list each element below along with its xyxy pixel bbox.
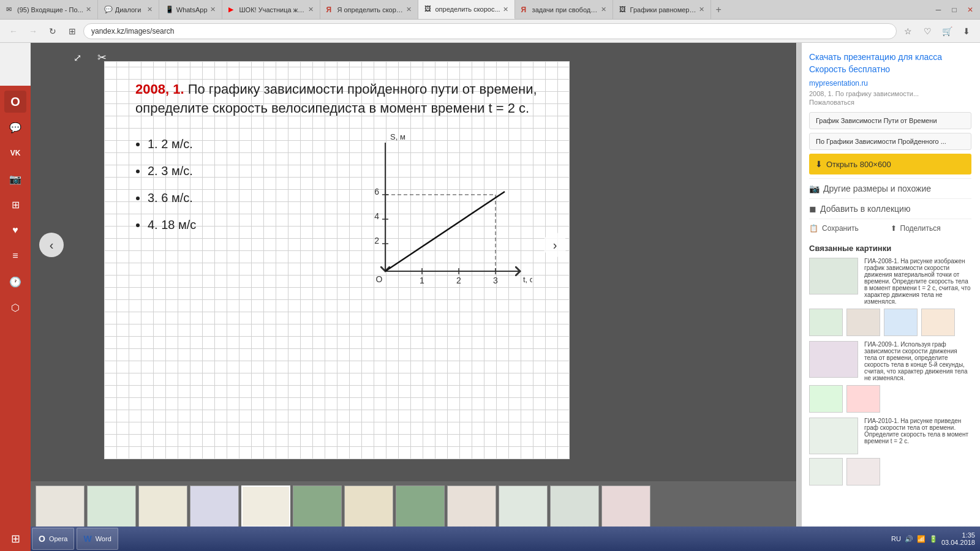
vk-icon[interactable]: VK (4, 142, 26, 164)
related-small-6[interactable] (846, 385, 880, 413)
tab-close-4[interactable]: ✕ (308, 6, 314, 13)
word-taskbar-btn[interactable]: W Word (77, 528, 118, 550)
tab-5[interactable]: Я Я определить скорос... ✕ (320, 0, 418, 19)
tab-close-7[interactable]: ✕ (601, 6, 606, 13)
address-bar[interactable] (83, 23, 897, 39)
tab-close-3[interactable]: ✕ (210, 6, 216, 13)
maximize-button[interactable]: □ (947, 2, 962, 17)
tab-4[interactable]: ▶ ШОК! Участница же... ✕ (222, 0, 320, 19)
tab-close-6[interactable]: ✕ (503, 6, 508, 13)
svg-text:t, с: t, с (523, 275, 532, 284)
answer-list: 1. 2 м/с. 2. 3 м/с. 3. 6 м/с. 4. 18 м/с (135, 130, 330, 446)
svg-text:6: 6 (374, 187, 379, 197)
related-images-row-2: ГИА-2009-1. Используя граф зависимости с… (809, 341, 971, 381)
thumb-1[interactable] (36, 485, 85, 527)
opera-logo[interactable]: O (4, 91, 26, 113)
share-button[interactable]: ⬆ Поделиться (891, 224, 972, 233)
related-btn-2[interactable]: По Графики Зависимости Пройденного ... (809, 133, 971, 150)
heart-sidebar-icon[interactable]: ♥ (4, 219, 26, 241)
tab-2[interactable]: 💬 Диалоги ✕ (98, 0, 159, 19)
network-icon[interactable]: 📶 (917, 535, 925, 543)
panel-domain[interactable]: mypresentation.ru (809, 79, 971, 88)
related-img-3-desc: ГИА-2010-1. На рисунке приведен граф ско… (862, 418, 971, 454)
reload-button[interactable]: ↻ (44, 23, 61, 40)
battery-icon[interactable]: 🔋 (929, 535, 938, 543)
thumb-10[interactable] (499, 485, 548, 527)
complaint-link[interactable]: Пожаловаться (809, 99, 971, 106)
share-label: Поделиться (900, 224, 941, 233)
tab-favicon-5: Я (326, 6, 335, 14)
prev-image-button[interactable]: ‹ (39, 233, 64, 257)
slide-title-rest: По графику зависимости пройденного пути … (135, 81, 537, 116)
open-button[interactable]: ⬇ Открыть 800×600 (809, 154, 971, 174)
related-small-4[interactable] (921, 309, 955, 336)
chat-icon[interactable]: 💬 (4, 116, 26, 138)
thumb-12[interactable] (601, 485, 650, 527)
add-collection-label: Добавить в коллекцию (820, 204, 910, 214)
new-tab-button[interactable]: + (711, 0, 726, 19)
related-btn-1[interactable]: График Зависимости Пути от Времени (809, 112, 971, 129)
related-img-3[interactable] (809, 418, 858, 454)
sound-icon[interactable]: 🔊 (905, 535, 913, 543)
related-small-1[interactable] (809, 309, 843, 336)
other-sizes-row[interactable]: 📷 Другие размеры и похожие (809, 178, 971, 198)
related-img-1[interactable] (809, 258, 858, 294)
history-icon[interactable]: 🕐 (4, 271, 26, 293)
thumb-9[interactable] (447, 485, 496, 527)
download-icon[interactable]: ⬇ (958, 23, 975, 40)
tab-6[interactable]: 🖼 определить скорос... ✕ (418, 0, 515, 19)
related-small-5[interactable] (809, 385, 843, 413)
related-small-8[interactable] (846, 458, 880, 485)
thumb-3[interactable] (138, 485, 187, 527)
related-img-2[interactable] (809, 341, 858, 378)
tab-close-2[interactable]: ✕ (147, 6, 153, 13)
tab-close-5[interactable]: ✕ (406, 6, 412, 13)
minimize-button[interactable]: ─ (931, 2, 946, 17)
camera-icon[interactable]: 📷 (4, 168, 26, 190)
scrollbar-track[interactable] (797, 43, 802, 551)
thumb-7[interactable] (344, 485, 393, 527)
word-taskbar-icon: W (83, 534, 91, 544)
bookmark-icon[interactable]: ☆ (899, 23, 916, 40)
crop-tool[interactable]: ✂ (92, 48, 111, 67)
tab-favicon-8: 🖼 (619, 6, 628, 14)
grid-button[interactable]: ⊞ (64, 23, 81, 40)
thumb-5[interactable] (241, 485, 290, 527)
add-collection-row[interactable]: ◼ Добавить в коллекцию (809, 198, 971, 219)
thumb-8[interactable] (396, 485, 445, 527)
back-button[interactable]: ← (5, 23, 22, 40)
tab-1[interactable]: ✉ (95) Входящие - По... ✕ (0, 0, 98, 19)
extensions-icon[interactable]: ⬡ (4, 296, 26, 318)
tab-8[interactable]: 🖼 Графики равномерн... ✕ (613, 0, 711, 19)
heart-icon[interactable]: ♡ (919, 23, 936, 40)
opera-taskbar-btn[interactable]: O Opera (32, 528, 74, 550)
cart-icon[interactable]: 🛒 (938, 23, 956, 40)
tab-7[interactable]: Я задачи при свободн... ✕ (515, 0, 613, 19)
apps-icon[interactable]: ⊞ (4, 193, 26, 216)
taskbar-clock[interactable]: 1:35 03.04.2018 (941, 531, 975, 546)
save-label: Сохранить (822, 224, 859, 233)
start-button[interactable]: ⊞ (0, 527, 31, 551)
tab-close-1[interactable]: ✕ (86, 6, 91, 13)
related-images-row-3: ГИА-2010-1. На рисунке приведен граф ско… (809, 418, 971, 454)
forward-button[interactable]: → (24, 23, 42, 40)
save-button[interactable]: 📋 Сохранить (809, 224, 891, 233)
image-area: ⤢ ✂ ‹ 2008, 1. По графику зависимости пр… (31, 43, 796, 551)
related-images-row-1: ГИА-2008-1. На рисунке изображен график … (809, 258, 971, 305)
related-small-2[interactable] (846, 309, 880, 336)
next-image-button[interactable]: › (543, 233, 567, 257)
thumb-4[interactable] (190, 485, 239, 527)
close-button[interactable]: ✕ (963, 2, 978, 17)
related-grid-small (809, 309, 971, 336)
thumb-6[interactable] (293, 485, 342, 527)
expand-tool[interactable]: ⤢ (67, 48, 87, 67)
related-small-7[interactable] (809, 458, 843, 485)
thumb-11[interactable] (550, 485, 599, 527)
related-small-3[interactable] (884, 309, 918, 336)
svg-text:4: 4 (374, 211, 379, 221)
thumb-2[interactable] (87, 485, 136, 527)
tab-close-8[interactable]: ✕ (699, 6, 704, 13)
panel-title[interactable]: Скачать презентацию для класса Скорость … (809, 51, 971, 75)
tab-3[interactable]: 📱 WhatsApp ✕ (159, 0, 222, 19)
menu-icon[interactable]: ≡ (4, 245, 26, 267)
